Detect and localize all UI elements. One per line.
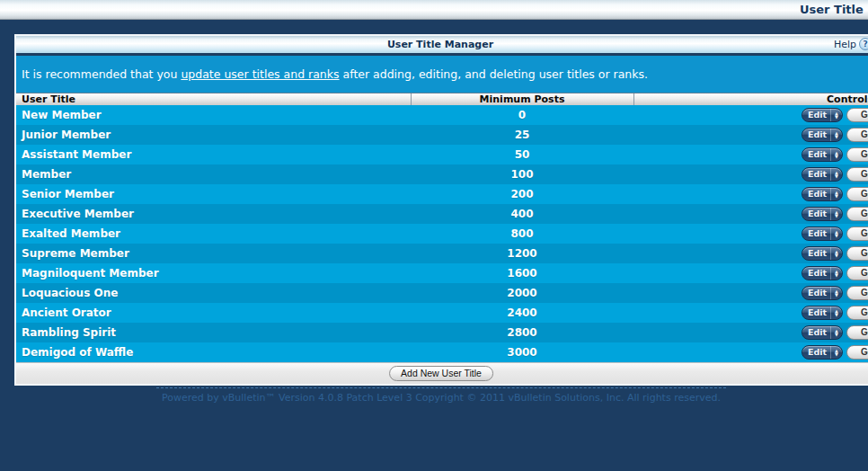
table-row: Rambling Spirit 2800 Edit ▲▼ Go	[16, 323, 868, 342]
user-title-cell: Member	[22, 164, 71, 184]
column-header-minimum-posts: Minimum Posts	[411, 93, 633, 106]
user-title-cell: Senior Member	[22, 184, 114, 204]
go-button[interactable]: Go	[846, 108, 868, 122]
table-row: Loquacious One 2000 Edit ▲▼ Go	[16, 283, 868, 303]
help-label[interactable]: Help	[834, 39, 856, 50]
edit-action-select[interactable]: Edit ▲▼	[802, 167, 843, 182]
go-button[interactable]: Go	[846, 325, 868, 340]
edit-action-select[interactable]: Edit ▲▼	[802, 227, 843, 241]
table-row: Assistant Member 50 Edit ▲▼ Go	[16, 145, 868, 164]
help-link[interactable]: Help ?	[834, 38, 868, 50]
minimum-posts-cell: 200	[411, 184, 633, 204]
minimum-posts-cell: 2400	[411, 303, 633, 323]
recommendation-notice: It is recommended that you update user t…	[16, 56, 868, 93]
go-button[interactable]: Go	[846, 167, 868, 182]
row-controls: Edit ▲▼ Go	[802, 227, 868, 241]
minimum-posts-cell: 2000	[411, 283, 633, 303]
notice-suffix: after adding, editing, and deleting user…	[340, 67, 648, 81]
table-row: Junior Member 25 Edit ▲▼ Go	[16, 125, 868, 145]
question-mark-circle-icon[interactable]: ?	[859, 38, 868, 50]
select-arrows-icon: ▲▼	[830, 247, 842, 260]
edit-select-value: Edit	[802, 109, 830, 121]
select-arrows-icon: ▲▼	[830, 109, 842, 121]
select-arrows-icon: ▲▼	[830, 326, 842, 339]
update-user-titles-link[interactable]: update user titles and ranks	[181, 67, 339, 81]
go-button[interactable]: Go	[846, 147, 868, 162]
go-button[interactable]: Go	[846, 128, 868, 142]
go-button[interactable]: Go	[846, 286, 868, 300]
table-row: Demigod of Waffle 3000 Edit ▲▼ Go	[16, 342, 868, 362]
arrow-down-icon: ▼	[835, 214, 838, 218]
bottom-action-bar: Add New User Title	[16, 362, 868, 384]
edit-select-value: Edit	[802, 346, 830, 359]
edit-action-select[interactable]: Edit ▲▼	[802, 147, 843, 162]
edit-select-value: Edit	[802, 168, 830, 181]
edit-action-select[interactable]: Edit ▲▼	[802, 266, 843, 280]
edit-action-select[interactable]: Edit ▲▼	[802, 345, 843, 360]
panel-header: User Title Manager Help ?	[16, 36, 868, 53]
edit-action-select[interactable]: Edit ▲▼	[802, 286, 843, 300]
table-row: New Member 0 Edit ▲▼ Go	[16, 105, 868, 125]
edit-action-select[interactable]: Edit ▲▼	[802, 108, 843, 122]
go-button[interactable]: Go	[846, 227, 868, 241]
edit-select-value: Edit	[802, 208, 830, 220]
arrow-down-icon: ▼	[835, 194, 838, 199]
minimum-posts-cell: 50	[411, 145, 633, 164]
minimum-posts-cell: 25	[411, 125, 633, 145]
user-title-manager-panel: User Title Manager Help ? It is recommen…	[14, 34, 868, 386]
go-button[interactable]: Go	[846, 266, 868, 280]
user-title-table-body: New Member 0 Edit ▲▼ Go Junior Member 25…	[16, 105, 868, 362]
select-arrows-icon: ▲▼	[830, 168, 842, 181]
user-title-cell: Ancient Orator	[22, 303, 111, 323]
edit-action-select[interactable]: Edit ▲▼	[802, 187, 843, 201]
panel-title: User Title Manager	[387, 39, 493, 50]
edit-action-select[interactable]: Edit ▲▼	[802, 246, 843, 261]
arrow-down-icon: ▼	[835, 352, 838, 357]
column-divider	[633, 93, 634, 106]
row-controls: Edit ▲▼ Go	[802, 345, 868, 360]
admin-top-bar: User Title Manager	[0, 0, 868, 20]
go-button[interactable]: Go	[846, 345, 868, 360]
go-button[interactable]: Go	[846, 207, 868, 221]
edit-action-select[interactable]: Edit ▲▼	[802, 306, 843, 320]
add-new-user-title-button[interactable]: Add New User Title	[389, 366, 493, 381]
edit-select-value: Edit	[802, 227, 830, 240]
table-row: Senior Member 200 Edit ▲▼ Go	[16, 184, 868, 204]
row-controls: Edit ▲▼ Go	[802, 108, 868, 122]
arrow-down-icon: ▼	[835, 155, 838, 159]
minimum-posts-cell: 400	[411, 204, 633, 224]
user-title-cell: Rambling Spirit	[22, 323, 116, 342]
arrow-down-icon: ▼	[835, 234, 838, 238]
row-controls: Edit ▲▼ Go	[802, 266, 868, 280]
go-button[interactable]: Go	[846, 246, 868, 261]
row-controls: Edit ▲▼ Go	[802, 207, 868, 221]
table-row: Member 100 Edit ▲▼ Go	[16, 164, 868, 184]
edit-action-select[interactable]: Edit ▲▼	[802, 128, 843, 142]
select-arrows-icon: ▲▼	[830, 129, 842, 141]
table-row: Supreme Member 1200 Edit ▲▼ Go	[16, 244, 868, 263]
user-title-cell: Assistant Member	[22, 145, 131, 164]
arrow-down-icon: ▼	[835, 174, 838, 179]
edit-action-select[interactable]: Edit ▲▼	[802, 325, 843, 340]
edit-select-value: Edit	[802, 267, 830, 280]
user-title-cell: Exalted Member	[22, 224, 120, 244]
page-footer: Powered by vBulletin™ Version 4.0.8 Patc…	[14, 387, 868, 404]
go-button[interactable]: Go	[846, 306, 868, 320]
row-controls: Edit ▲▼ Go	[802, 246, 868, 261]
edit-action-select[interactable]: Edit ▲▼	[802, 207, 843, 221]
select-arrows-icon: ▲▼	[830, 267, 842, 280]
select-arrows-icon: ▲▼	[830, 307, 842, 319]
edit-select-value: Edit	[802, 326, 830, 339]
arrow-down-icon: ▼	[835, 313, 838, 317]
select-arrows-icon: ▲▼	[830, 188, 842, 200]
select-arrows-icon: ▲▼	[830, 287, 842, 299]
go-button[interactable]: Go	[846, 187, 868, 201]
row-controls: Edit ▲▼ Go	[802, 306, 868, 320]
minimum-posts-cell: 100	[411, 164, 633, 184]
row-controls: Edit ▲▼ Go	[802, 187, 868, 201]
table-header-row: User Title Minimum Posts Controls	[16, 93, 868, 105]
minimum-posts-cell: 2800	[411, 323, 633, 342]
row-controls: Edit ▲▼ Go	[802, 128, 868, 142]
arrow-down-icon: ▼	[835, 333, 838, 337]
user-title-cell: Executive Member	[22, 204, 134, 224]
